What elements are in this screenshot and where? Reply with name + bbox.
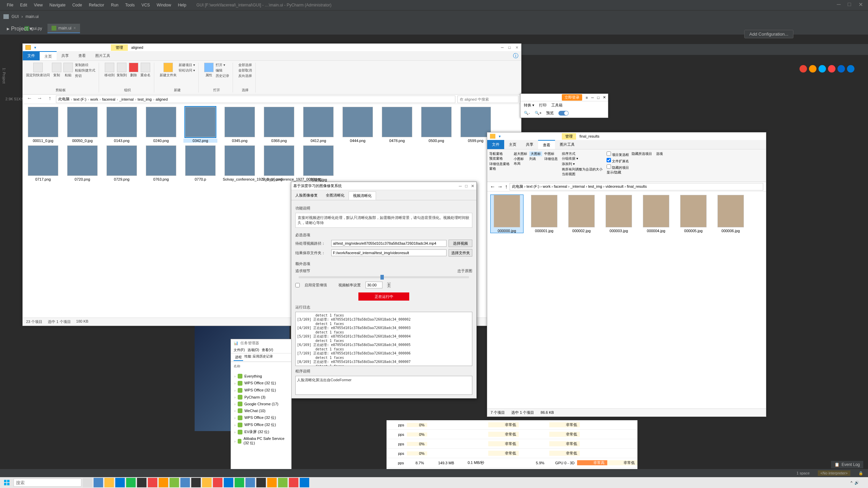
help-icon[interactable]: ⓘ xyxy=(510,51,521,60)
file-thumb[interactable]: 0763.png xyxy=(144,145,178,182)
lock-icon[interactable]: 🔒 xyxy=(859,471,863,475)
indent-info[interactable]: 1 space xyxy=(796,471,810,475)
file-thumb[interactable]: 0500.png xyxy=(419,107,453,143)
ie-icon[interactable] xyxy=(837,65,845,73)
tab-face-image[interactable]: 人脸图像修复 xyxy=(291,191,322,200)
file-ext[interactable] xyxy=(607,158,611,162)
taskbar-app[interactable] xyxy=(256,478,266,487)
taskbar-app[interactable] xyxy=(94,478,103,487)
taskbar-app[interactable] xyxy=(245,478,255,487)
tray-up-icon[interactable]: ^ xyxy=(851,481,852,485)
tab-processes[interactable]: 进程 xyxy=(234,354,243,361)
firefox-icon[interactable] xyxy=(809,65,816,73)
file-thumb[interactable]: 0368.png xyxy=(262,107,296,143)
taskbar-app[interactable] xyxy=(191,478,201,487)
ribbon-tab-file[interactable]: 文件 xyxy=(23,51,40,60)
tab-video[interactable]: 视频清晰化 xyxy=(349,191,376,200)
group-by[interactable]: 分组依据 ▾ xyxy=(562,156,603,161)
file-thumb[interactable]: Solvay_conference_1927_2_16.png xyxy=(223,145,257,182)
file-thumb[interactable]: 0143.png xyxy=(105,107,139,143)
file-thumb[interactable]: Solvay_conference_1927_0018.png xyxy=(262,145,296,182)
easy-access[interactable]: 轻松访问 ▾ xyxy=(179,68,195,73)
menu-file[interactable]: 文件(F) xyxy=(234,348,245,352)
menu-window[interactable]: Window xyxy=(153,3,175,7)
file-thumb[interactable]: 000000.jpg xyxy=(491,195,523,233)
close-tab-icon[interactable]: × xyxy=(74,26,76,30)
process-item[interactable]: ›WeChat (10) xyxy=(232,407,290,414)
minimize-icon[interactable]: ─ xyxy=(837,1,844,8)
forward-icon[interactable]: → xyxy=(36,95,44,103)
ribbon-tab-share[interactable]: 共享 xyxy=(521,140,538,149)
menu-options[interactable]: 选项(O) xyxy=(248,348,259,352)
file-thumb[interactable]: 000005.jpg xyxy=(677,195,710,233)
dropdown-icon[interactable]: ▾ xyxy=(34,45,36,50)
s-icons[interactable]: 小图标 xyxy=(514,157,527,161)
process-item[interactable]: ›Alibaba PC Safe Service (32 位) xyxy=(232,435,290,447)
file-thumb[interactable]: 000006.jpg xyxy=(714,195,747,233)
process-row[interactable]: pps0%非常低非常低 xyxy=(387,439,637,449)
pin-icon[interactable] xyxy=(33,63,43,72)
open-menu[interactable]: 打开 ▾ xyxy=(216,63,229,67)
up-icon[interactable]: ↑ xyxy=(505,184,508,190)
select-video-button[interactable]: 选择视频 xyxy=(449,240,472,247)
video-path-input[interactable] xyxy=(331,240,447,247)
paste-shortcut[interactable]: 粘贴快捷方式 xyxy=(75,68,95,73)
process-item[interactable]: ›WPS Office (32 位) xyxy=(232,387,290,394)
process-item[interactable]: ›WPS Office (32 位) xyxy=(232,380,290,387)
rename-icon[interactable] xyxy=(141,63,150,72)
select-all[interactable]: 全部选择 xyxy=(238,63,252,67)
dropdown-icon[interactable]: ▾ xyxy=(499,134,501,139)
maximize-icon[interactable]: □ xyxy=(848,1,854,8)
file-thumb[interactable]: 0770.p xyxy=(183,145,217,182)
taskbar-app[interactable] xyxy=(278,478,288,487)
interpreter-warning[interactable]: <No interpreter> xyxy=(818,470,850,476)
file-thumb[interactable]: 0412.png xyxy=(301,107,335,143)
fps-down-icon[interactable]: ▼ xyxy=(388,285,390,287)
taskbar-app[interactable] xyxy=(267,478,277,487)
taskbar-app[interactable] xyxy=(159,478,168,487)
autosize[interactable]: 将所有列调整为合适的大小 xyxy=(562,167,603,172)
tab-history[interactable]: 应用历史记录 xyxy=(253,354,273,361)
file-thumb[interactable]: 0729.png xyxy=(105,145,139,182)
zoom-out-icon[interactable]: 🔍- xyxy=(524,111,530,115)
menu-vcs[interactable]: VCS xyxy=(138,3,153,7)
taskbar-explorer[interactable] xyxy=(104,478,114,487)
maximize-icon[interactable]: □ xyxy=(597,96,599,100)
details-view[interactable]: 详细信息 xyxy=(544,157,558,161)
paste-icon[interactable] xyxy=(63,63,73,72)
file-thumb[interactable]: 0345.png xyxy=(223,107,257,143)
tab-performance[interactable]: 性能 xyxy=(244,354,251,361)
menu-view[interactable]: View xyxy=(31,3,46,7)
output-folder-input[interactable] xyxy=(331,249,447,256)
ribbon-tab-home[interactable]: 主页 xyxy=(504,140,521,149)
menu-file[interactable]: File xyxy=(3,3,17,7)
taskbar-app[interactable] xyxy=(235,478,244,487)
file-thumb[interactable]: 000003.jpg xyxy=(603,195,635,233)
forward-icon[interactable]: → xyxy=(497,184,503,190)
taskbar-app[interactable] xyxy=(289,478,298,487)
new-item[interactable]: 新建项目 ▾ xyxy=(179,63,195,67)
process-item[interactable]: ›Everything xyxy=(232,373,290,380)
ribbon-tab-home[interactable]: 主页 xyxy=(40,51,57,60)
project-sidebar-label[interactable]: 1: Project xyxy=(0,68,6,83)
process-item[interactable]: ›Google Chrome (17) xyxy=(232,401,290,407)
menu-navigate[interactable]: Navigate xyxy=(46,3,69,7)
print[interactable]: 打印 xyxy=(539,103,547,108)
cut[interactable]: 剪切 xyxy=(75,74,95,78)
tab-full-image[interactable]: 全图清晰化 xyxy=(322,191,349,200)
convert[interactable]: 转换 ▾ xyxy=(524,103,534,108)
select-folder-button[interactable]: 选择文件夹 xyxy=(449,249,472,257)
fps-input[interactable] xyxy=(366,282,382,288)
file-thumb[interactable]: 0240.png xyxy=(144,107,178,143)
back-icon[interactable]: ← xyxy=(25,95,34,103)
taskbar-app[interactable] xyxy=(202,478,212,487)
fidelity-slider[interactable] xyxy=(299,276,469,278)
up-icon[interactable]: ↑ xyxy=(46,95,54,103)
moveto-icon[interactable] xyxy=(105,63,114,72)
taskbar-app[interactable] xyxy=(300,478,309,487)
folder-icon[interactable] xyxy=(490,134,495,139)
start-button[interactable] xyxy=(1,478,12,487)
ribbon-tab-file[interactable]: 文件 xyxy=(487,140,504,149)
taskbar-app[interactable] xyxy=(148,478,157,487)
menu-code[interactable]: Code xyxy=(69,3,85,7)
